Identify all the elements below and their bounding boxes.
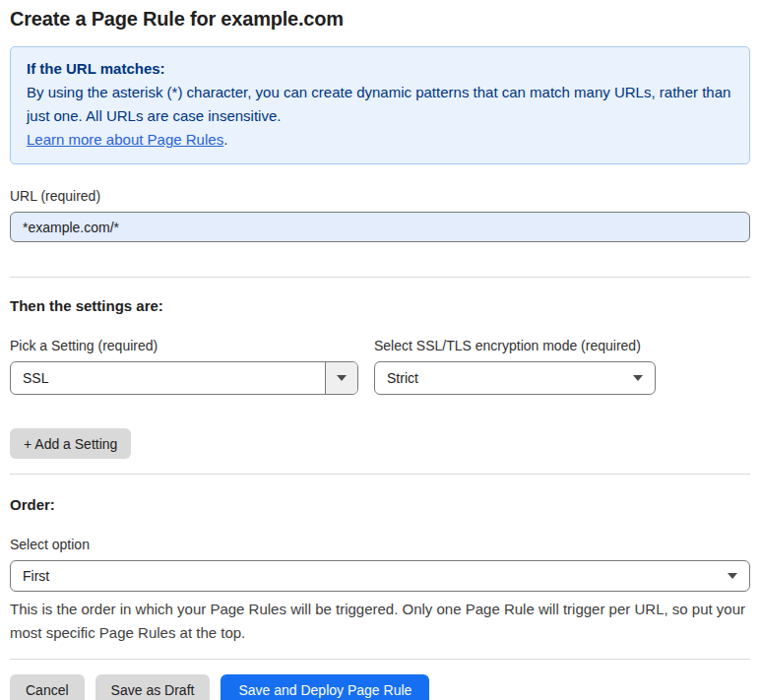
mode-select-label: Select SSL/TLS encryption mode (required… <box>374 338 656 353</box>
page-title: Create a Page Rule for example.com <box>10 8 750 31</box>
mode-select-column: Select SSL/TLS encryption mode (required… <box>374 338 656 395</box>
url-match-info-box: If the URL matches: By using the asteris… <box>10 46 750 164</box>
divider <box>10 474 750 475</box>
divider <box>10 277 750 278</box>
page-rule-form: Create a Page Rule for example.com If th… <box>0 0 760 700</box>
mode-select[interactable]: Strict <box>374 361 656 395</box>
info-box-body: By using the asterisk (*) character, you… <box>27 81 733 128</box>
order-select-label: Select option <box>10 537 750 552</box>
mode-select-value: Strict <box>375 370 633 386</box>
setting-select-value: SSL <box>11 370 325 386</box>
order-section-heading: Order: <box>10 496 750 513</box>
chevron-down-icon <box>633 375 643 381</box>
link-suffix: . <box>223 131 227 148</box>
learn-more-link[interactable]: Learn more about Page Rules <box>27 131 223 148</box>
order-select[interactable]: First <box>10 560 750 592</box>
url-field-label: URL (required) <box>10 188 750 204</box>
chevron-down-icon <box>337 375 347 381</box>
url-input[interactable] <box>10 212 750 242</box>
footer-actions: Cancel Save as Draft Save and Deploy Pag… <box>10 674 750 700</box>
setting-select-label: Pick a Setting (required) <box>10 338 358 353</box>
add-setting-button[interactable]: + Add a Setting <box>10 428 131 459</box>
settings-row: Pick a Setting (required) SSL Select SSL… <box>10 338 750 395</box>
save-deploy-button[interactable]: Save and Deploy Page Rule <box>221 674 429 700</box>
order-select-value: First <box>11 568 728 584</box>
setting-select-column: Pick a Setting (required) SSL <box>10 338 358 395</box>
divider <box>10 659 750 660</box>
save-draft-button[interactable]: Save as Draft <box>95 674 211 700</box>
setting-select[interactable]: SSL <box>10 361 358 395</box>
chevron-down-icon <box>728 573 737 579</box>
order-select-arrow <box>728 573 749 579</box>
order-help-text: This is the order in which your Page Rul… <box>10 598 750 645</box>
mode-select-arrow <box>633 375 655 381</box>
info-box-link-line: Learn more about Page Rules. <box>27 128 733 152</box>
setting-select-arrow-button[interactable] <box>325 362 357 394</box>
cancel-button[interactable]: Cancel <box>10 674 85 700</box>
settings-section-heading: Then the settings are: <box>10 297 750 314</box>
info-box-heading: If the URL matches: <box>27 57 733 81</box>
